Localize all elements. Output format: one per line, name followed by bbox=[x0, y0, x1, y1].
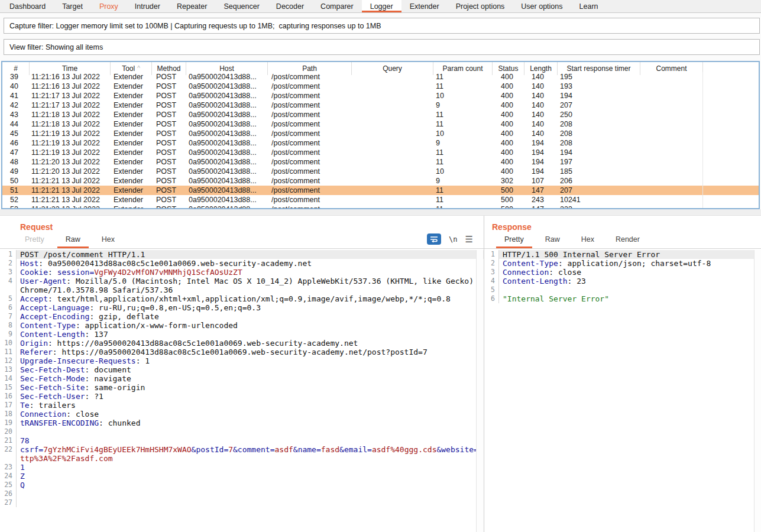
log-row-49[interactable]: 4911:21:20 13 Jul 2022ExtenderPOST0a9500… bbox=[2, 167, 759, 176]
editor-menu-icon[interactable]: ☰ bbox=[465, 235, 473, 244]
cell-comment bbox=[640, 148, 702, 157]
cell-filler bbox=[702, 148, 759, 157]
cell-filler bbox=[702, 157, 759, 167]
tab-comparer[interactable]: Comparer bbox=[312, 0, 362, 12]
cell-param-count: 11 bbox=[433, 186, 492, 195]
tab-sequencer[interactable]: Sequencer bbox=[215, 0, 267, 12]
request-scrollbar[interactable] bbox=[476, 250, 483, 532]
log-row-41[interactable]: 4111:21:17 13 Jul 2022ExtenderPOST0a9500… bbox=[2, 91, 759, 100]
log-row-47[interactable]: 4711:21:19 13 Jul 2022ExtenderPOST0a9500… bbox=[2, 148, 759, 157]
cell-param-count: 9 bbox=[433, 100, 492, 110]
newline-toggle-button[interactable]: \n bbox=[449, 235, 457, 244]
request-tab-pretty[interactable]: Pretty bbox=[14, 235, 55, 248]
log-row-50[interactable]: 5011:21:21 13 Jul 2022ExtenderPOST0a9500… bbox=[2, 176, 759, 186]
code-line-22: 22csrf=7gYzhMCiFvi4gBEyUEEk7HmHSHM7xWAO&… bbox=[0, 445, 484, 463]
log-row-39[interactable]: 3911:21:16 13 Jul 2022ExtenderPOST0a9500… bbox=[2, 72, 759, 82]
request-raw-editor[interactable]: 1POST /post/comment HTTP/1.12Host: 0a950… bbox=[0, 250, 484, 532]
cell-status: 400 bbox=[492, 100, 524, 110]
cell-query bbox=[351, 195, 433, 205]
cell-: 45 bbox=[2, 129, 29, 138]
log-row-48[interactable]: 4811:21:20 13 Jul 2022ExtenderPOST0a9500… bbox=[2, 157, 759, 167]
log-row-45[interactable]: 4511:21:19 13 Jul 2022ExtenderPOST0a9500… bbox=[2, 129, 759, 138]
log-row-44[interactable]: 4411:21:18 13 Jul 2022ExtenderPOST0a9500… bbox=[2, 119, 759, 129]
cell-: 53 bbox=[2, 205, 29, 209]
cell-path: /post/comment bbox=[267, 195, 351, 205]
cell-length: 140 bbox=[524, 110, 557, 119]
cell-time: 11:21:20 13 Jul 2022 bbox=[29, 167, 110, 176]
cell-time: 11:21:21 13 Jul 2022 bbox=[29, 195, 110, 205]
cell-comment bbox=[640, 176, 702, 186]
response-scrollbar[interactable] bbox=[754, 250, 761, 532]
cell-tool: Extender bbox=[110, 82, 151, 91]
log-row-52[interactable]: 5211:21:21 13 Jul 2022ExtenderPOST0a9500… bbox=[2, 195, 759, 205]
cell-comment bbox=[640, 110, 702, 119]
cell-time: 11:21:17 13 Jul 2022 bbox=[29, 91, 110, 100]
tab-proxy[interactable]: Proxy bbox=[91, 0, 127, 12]
cell-status: 400 bbox=[492, 91, 524, 100]
cell-filler bbox=[702, 119, 759, 129]
line-number: 20 bbox=[0, 427, 17, 436]
cell-query bbox=[351, 119, 433, 129]
log-row-40[interactable]: 4011:21:16 13 Jul 2022ExtenderPOST0a9500… bbox=[2, 82, 759, 91]
line-number: 21 bbox=[0, 436, 17, 445]
request-tab-raw[interactable]: Raw bbox=[55, 235, 91, 248]
tab-target[interactable]: Target bbox=[54, 0, 91, 12]
cell-filler bbox=[702, 167, 759, 176]
cell-query bbox=[351, 100, 433, 110]
cell-path: /post/comment bbox=[267, 129, 351, 138]
cell-time: 11:21:21 13 Jul 2022 bbox=[29, 186, 110, 195]
tab-logger[interactable]: Logger bbox=[362, 0, 401, 12]
line-number: 2 bbox=[484, 259, 499, 268]
tab-user-options[interactable]: User options bbox=[513, 0, 571, 12]
response-tab-strip: PrettyRawHexRender bbox=[484, 232, 761, 249]
cell-path: /post/comment bbox=[267, 205, 351, 209]
log-row-42[interactable]: 4211:21:17 13 Jul 2022ExtenderPOST0a9500… bbox=[2, 100, 759, 110]
cell-tool: Extender bbox=[110, 129, 151, 138]
tab-dashboard[interactable]: Dashboard bbox=[1, 0, 54, 12]
cell-query bbox=[351, 110, 433, 119]
burp-logger-window: DashboardTargetProxyIntruderRepeaterSequ… bbox=[0, 0, 761, 532]
cell-query bbox=[351, 157, 433, 167]
tab-project-options[interactable]: Project options bbox=[448, 0, 513, 12]
cell-tool: Extender bbox=[110, 100, 151, 110]
cell-method: POST bbox=[151, 129, 186, 138]
view-filter-text: View filter: Showing all items bbox=[9, 43, 103, 51]
cell-start-response-timer: 207 bbox=[557, 100, 640, 110]
cell-param-count: 9 bbox=[433, 138, 492, 148]
cell-comment bbox=[640, 167, 702, 176]
cell-comment bbox=[640, 157, 702, 167]
cell-status: 500 bbox=[492, 195, 524, 205]
cell-comment bbox=[640, 205, 702, 209]
log-row-46[interactable]: 4611:21:19 13 Jul 2022ExtenderPOST0a9500… bbox=[2, 138, 759, 148]
line-number: 25 bbox=[0, 481, 17, 489]
line-number: 14 bbox=[0, 374, 17, 383]
response-tab-render[interactable]: Render bbox=[605, 235, 650, 248]
tab-intruder[interactable]: Intruder bbox=[127, 0, 169, 12]
log-row-43[interactable]: 4311:21:18 13 Jul 2022ExtenderPOST0a9500… bbox=[2, 110, 759, 119]
view-filter-bar[interactable]: View filter: Showing all items bbox=[4, 39, 760, 55]
log-row-51[interactable]: 5111:21:21 13 Jul 2022ExtenderPOST0a9500… bbox=[2, 186, 759, 195]
word-wrap-button[interactable] bbox=[427, 233, 441, 245]
cell-param-count: 11 bbox=[433, 110, 492, 119]
tab-learn[interactable]: Learn bbox=[571, 0, 607, 12]
response-tab-raw[interactable]: Raw bbox=[535, 235, 571, 248]
horizontal-splitter[interactable] bbox=[0, 209, 761, 216]
line-number: 2 bbox=[0, 259, 17, 268]
cell-filler bbox=[702, 176, 759, 186]
cell-filler bbox=[702, 195, 759, 205]
cell-status: 302 bbox=[492, 176, 524, 186]
cell-: 40 bbox=[2, 82, 29, 91]
tab-repeater[interactable]: Repeater bbox=[169, 0, 215, 12]
cell-tool: Extender bbox=[110, 119, 151, 129]
log-row-53[interactable]: 5311:21:22 13 Jul 2022ExtenderPOST0a9500… bbox=[2, 205, 759, 209]
response-tab-hex[interactable]: Hex bbox=[571, 235, 605, 248]
tab-decoder[interactable]: Decoder bbox=[268, 0, 312, 12]
response-pretty-editor[interactable]: 1HTTP/1.1 500 Internal Server Error2Cont… bbox=[484, 250, 761, 532]
response-tab-pretty[interactable]: Pretty bbox=[494, 235, 535, 248]
tab-extender[interactable]: Extender bbox=[401, 0, 448, 12]
cell-path: /post/comment bbox=[267, 148, 351, 157]
capture-filter-bar[interactable]: Capture filter: Logger memory limit set … bbox=[4, 18, 760, 34]
request-tab-hex[interactable]: Hex bbox=[91, 235, 125, 248]
line-number: 23 bbox=[0, 463, 17, 472]
line-number: 4 bbox=[484, 277, 499, 286]
